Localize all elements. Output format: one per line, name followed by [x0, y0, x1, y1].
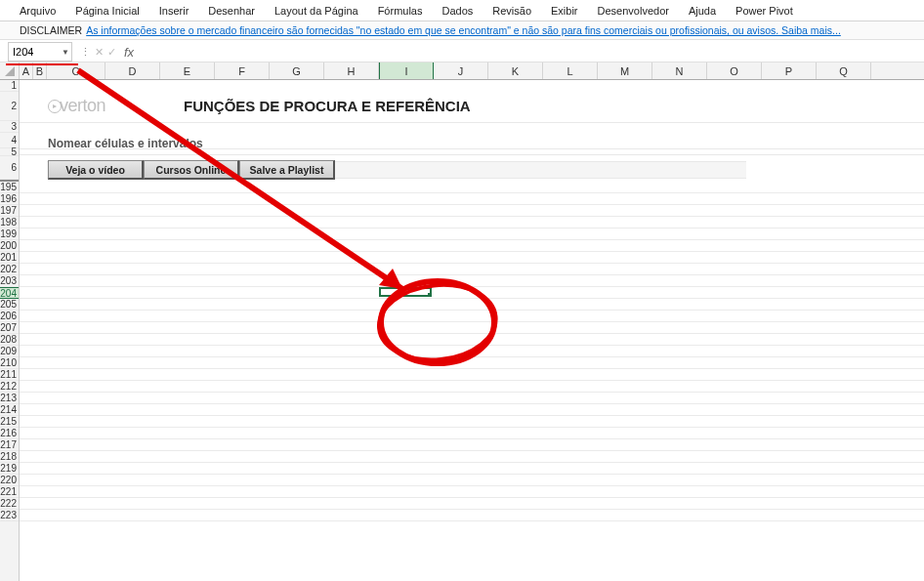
row-head-213[interactable]: 213 — [0, 393, 19, 404]
row-head-198[interactable]: 198 — [0, 217, 19, 228]
col-head-n[interactable]: N — [652, 62, 707, 79]
row-head-207[interactable]: 207 — [0, 322, 19, 334]
row-head-209[interactable]: 209 — [0, 346, 19, 357]
button-row: Veja o vídeo Cursos Online Salve a Playl… — [48, 160, 335, 180]
row-head-5[interactable]: 5 — [0, 148, 19, 156]
row-head-204[interactable]: 204 — [0, 287, 19, 299]
column-headers: ABCDEFGHIJKLMNOPQ — [0, 62, 924, 80]
col-head-j[interactable]: J — [434, 62, 488, 79]
cells-area[interactable]: ▸verton FUNÇÕES DE PROCURA E REFERÊNCIA … — [20, 80, 924, 581]
tab-power-pivot[interactable]: Power Pivot — [726, 2, 803, 20]
row-head-220[interactable]: 220 — [0, 475, 19, 486]
col-head-d[interactable]: D — [105, 62, 160, 79]
row-head-217[interactable]: 217 — [0, 439, 19, 451]
row-head-211[interactable]: 211 — [0, 369, 19, 381]
col-head-g[interactable]: G — [270, 62, 324, 79]
row-head-2[interactable]: 2 — [0, 92, 19, 121]
col-head-m[interactable]: M — [598, 62, 652, 79]
tab-revisao[interactable]: Revisão — [483, 2, 541, 20]
row-head-206[interactable]: 206 — [0, 311, 19, 322]
col-head-o[interactable]: O — [707, 62, 762, 79]
btn-veja-video[interactable]: Veja o vídeo — [48, 160, 144, 180]
row-head-202[interactable]: 202 — [0, 264, 19, 275]
row-head-197[interactable]: 197 — [0, 205, 19, 217]
row-head-205[interactable]: 205 — [0, 299, 19, 311]
col-head-e[interactable]: E — [160, 62, 215, 79]
row-head-196[interactable]: 196 — [0, 193, 19, 205]
confirm-icon[interactable]: ✓ — [107, 46, 116, 59]
row-head-215[interactable]: 215 — [0, 416, 19, 428]
formula-bar-controls: ⋮ ✕ ✓ fx — [80, 45, 134, 60]
logo: ▸verton — [48, 96, 105, 116]
row-headers: 1234561951961971981992002012022032042052… — [0, 80, 20, 581]
row-head-6[interactable]: 6 — [0, 156, 19, 180]
fx-icon[interactable]: fx — [120, 45, 134, 60]
row-head-223[interactable]: 223 — [0, 510, 19, 521]
row-head-201[interactable]: 201 — [0, 252, 19, 264]
name-box-value: I204 — [13, 46, 33, 58]
active-cell[interactable] — [379, 287, 432, 297]
row-head-216[interactable]: 216 — [0, 428, 19, 439]
tab-exibir[interactable]: Exibir — [541, 2, 588, 20]
row-head-210[interactable]: 210 — [0, 357, 19, 369]
row-head-199[interactable]: 199 — [0, 228, 19, 240]
col-head-h[interactable]: H — [324, 62, 379, 79]
btn-cursos-online[interactable]: Cursos Online — [144, 160, 239, 180]
col-head-i[interactable]: I — [379, 62, 434, 79]
annotation-underline — [6, 63, 78, 65]
tab-layout[interactable]: Layout da Página — [265, 2, 368, 20]
disclaimer-link[interactable]: As informações sobre o mercado financeir… — [86, 24, 841, 36]
row-head-200[interactable]: 200 — [0, 240, 19, 252]
row-head-3[interactable]: 3 — [0, 121, 19, 133]
disclaimer-label: DISCLAIMER — [20, 24, 82, 36]
ribbon-tabs: Arquivo Página Inicial Inserir Desenhar … — [0, 0, 924, 21]
section-subtitle: Nomear células e intervalos — [48, 137, 203, 150]
row-head-212[interactable]: 212 — [0, 381, 19, 393]
tab-pagina-inicial[interactable]: Página Inicial — [65, 2, 148, 20]
row-head-222[interactable]: 222 — [0, 498, 19, 510]
name-split-icon[interactable]: ⋮ — [80, 46, 91, 59]
chevron-down-icon[interactable]: ▼ — [62, 48, 69, 57]
tab-dados[interactable]: Dados — [432, 2, 483, 20]
tab-formulas[interactable]: Fórmulas — [368, 2, 433, 20]
col-head-l[interactable]: L — [543, 62, 598, 79]
row-head-221[interactable]: 221 — [0, 486, 19, 498]
row-head-208[interactable]: 208 — [0, 334, 19, 346]
tab-ajuda[interactable]: Ajuda — [679, 2, 726, 20]
row-head-195[interactable]: 195 — [0, 182, 19, 193]
row-head-218[interactable]: 218 — [0, 451, 19, 463]
cancel-icon[interactable]: ✕ — [95, 46, 104, 59]
btn-salve-playlist[interactable]: Salve a Playlist — [239, 160, 335, 180]
row-head-214[interactable]: 214 — [0, 404, 19, 416]
col-head-p[interactable]: P — [762, 62, 817, 79]
spreadsheet-grid: 1234561951961971981992002012022032042052… — [0, 80, 924, 581]
row-head-203[interactable]: 203 — [0, 275, 19, 287]
tab-desenhar[interactable]: Desenhar — [198, 2, 265, 20]
row-head-219[interactable]: 219 — [0, 463, 19, 475]
col-head-q[interactable]: Q — [817, 62, 871, 79]
col-head-k[interactable]: K — [488, 62, 543, 79]
row-head-1[interactable]: 1 — [0, 80, 19, 92]
name-box[interactable]: I204 ▼ — [8, 42, 72, 62]
tab-arquivo[interactable]: Arquivo — [10, 2, 65, 20]
formula-input[interactable] — [140, 42, 924, 62]
tab-desenvolvedor[interactable]: Desenvolvedor — [588, 2, 679, 20]
tab-inserir[interactable]: Inserir — [149, 2, 199, 20]
disclaimer-bar: DISCLAIMER As informações sobre o mercad… — [0, 21, 924, 39]
page-title: FUNÇÕES DE PROCURA E REFERÊNCIA — [184, 98, 471, 114]
col-head-f[interactable]: F — [215, 62, 270, 79]
formula-bar: I204 ▼ ⋮ ✕ ✓ fx — [0, 39, 924, 62]
